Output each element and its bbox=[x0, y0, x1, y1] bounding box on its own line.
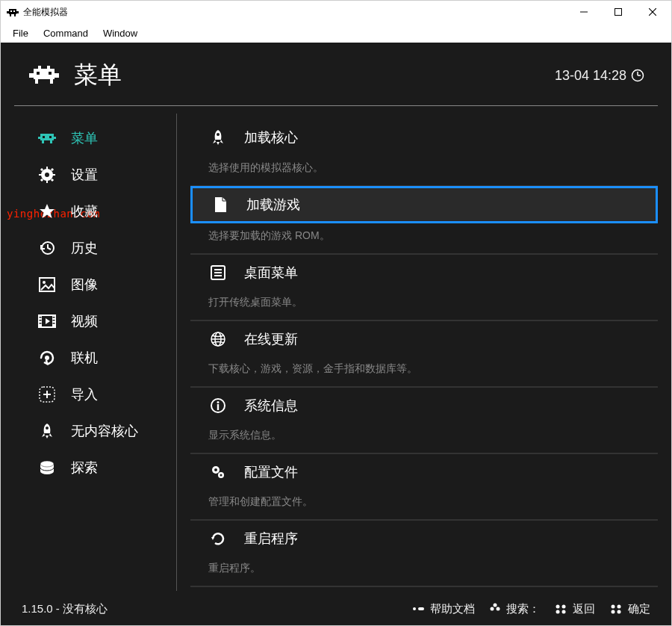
sidebar-item-0[interactable]: 菜单 bbox=[28, 120, 176, 156]
footer-search[interactable]: 搜索： bbox=[488, 602, 540, 616]
menu-command[interactable]: Command bbox=[36, 25, 96, 42]
content-item-desc-2: 打开传统桌面菜单。 bbox=[190, 290, 658, 320]
app-header: 菜单 13-04 14:28 bbox=[1, 43, 671, 105]
footer-back[interactable]: 返回 bbox=[553, 602, 595, 616]
content-item-label: 配置文件 bbox=[244, 463, 298, 481]
svg-marker-47 bbox=[46, 318, 50, 324]
sidebar-item-label: 图像 bbox=[71, 276, 98, 294]
sidebar-item-4[interactable]: 图像 bbox=[28, 266, 176, 303]
sidebar-item-9[interactable]: 探索 bbox=[28, 449, 176, 486]
content-item-5[interactable]: 配置文件 bbox=[190, 453, 658, 489]
svg-point-54 bbox=[45, 356, 49, 360]
footer: 1.15.0 - 没有核心 帮助文档 搜索： 返回 确定 bbox=[1, 591, 671, 626]
sidebar-item-label: 无内容核心 bbox=[71, 422, 138, 440]
video-icon bbox=[37, 314, 57, 328]
menu-icon bbox=[208, 265, 228, 280]
content-item-desc-0: 选择使用的模拟器核心。 bbox=[190, 155, 658, 186]
image-icon bbox=[37, 277, 57, 292]
invader-icon bbox=[37, 131, 57, 145]
svg-rect-11 bbox=[29, 73, 34, 78]
gear-icon bbox=[37, 167, 57, 183]
svg-point-94 bbox=[612, 605, 615, 609]
svg-rect-4 bbox=[13, 10, 15, 12]
app-icon bbox=[7, 6, 19, 18]
svg-rect-2 bbox=[9, 9, 16, 14]
svg-marker-65 bbox=[213, 140, 216, 143]
svg-rect-77 bbox=[217, 404, 219, 410]
svg-marker-67 bbox=[217, 142, 220, 145]
svg-point-81 bbox=[220, 474, 223, 476]
content-item-3[interactable]: 在线更新 bbox=[190, 320, 658, 356]
maximize-button[interactable] bbox=[601, 1, 635, 23]
svg-rect-8 bbox=[615, 9, 622, 16]
svg-point-96 bbox=[612, 610, 615, 614]
svg-rect-0 bbox=[7, 11, 9, 13]
content-item-2[interactable]: 桌面菜单 bbox=[190, 254, 658, 290]
rocket-icon bbox=[37, 423, 57, 439]
netplay-icon bbox=[37, 350, 57, 366]
pad-icon bbox=[488, 602, 502, 616]
svg-rect-53 bbox=[53, 323, 55, 324]
clock-icon bbox=[631, 69, 644, 82]
sidebar-item-label: 探索 bbox=[71, 459, 98, 477]
content-item-label: 桌面菜单 bbox=[244, 264, 298, 282]
svg-point-58 bbox=[46, 427, 49, 430]
sidebar-item-label: 视频 bbox=[71, 312, 98, 330]
sidebar: 菜单设置收藏历史图像视频联机导入无内容核心探索 bbox=[28, 114, 177, 591]
sidebar-item-8[interactable]: 无内容核心 bbox=[28, 412, 176, 449]
footer-back-label: 返回 bbox=[573, 602, 595, 616]
version-text: 1.15.0 - 没有核心 bbox=[22, 602, 397, 616]
app-body: 菜单 13-04 14:28 yinghezhan.com 菜单设置收藏历史图像… bbox=[1, 43, 671, 626]
svg-rect-52 bbox=[53, 320, 55, 321]
svg-rect-3 bbox=[10, 10, 12, 12]
sidebar-item-label: 联机 bbox=[71, 349, 98, 367]
content-item-7[interactable]: 退出程序 bbox=[190, 586, 658, 591]
menu-file[interactable]: File bbox=[5, 25, 36, 42]
content-item-1[interactable]: 加载游戏 bbox=[190, 186, 658, 223]
svg-rect-33 bbox=[46, 180, 48, 183]
content-item-6[interactable]: 重启程序 bbox=[190, 520, 658, 556]
close-button[interactable] bbox=[635, 1, 670, 23]
sidebar-item-3[interactable]: 历史 bbox=[28, 229, 176, 266]
sidebar-item-6[interactable]: 联机 bbox=[28, 339, 176, 376]
svg-rect-50 bbox=[40, 323, 42, 324]
sidebar-item-label: 设置 bbox=[71, 166, 98, 184]
svg-point-79 bbox=[214, 468, 217, 471]
svg-point-43 bbox=[43, 281, 46, 284]
svg-marker-66 bbox=[220, 140, 223, 143]
footer-ok[interactable]: 确定 bbox=[609, 602, 650, 616]
sidebar-item-label: 菜单 bbox=[71, 129, 98, 147]
svg-rect-24 bbox=[54, 137, 56, 139]
svg-rect-12 bbox=[55, 73, 59, 78]
svg-rect-35 bbox=[52, 174, 55, 176]
svg-point-91 bbox=[562, 605, 566, 609]
add-icon bbox=[37, 386, 57, 403]
info-icon bbox=[208, 397, 228, 414]
svg-rect-18 bbox=[38, 66, 41, 69]
svg-rect-14 bbox=[37, 72, 40, 75]
sidebar-item-label: 收藏 bbox=[71, 202, 98, 220]
sidebar-item-5[interactable]: 视频 bbox=[28, 303, 176, 339]
svg-marker-61 bbox=[46, 436, 49, 438]
rocket-icon bbox=[208, 129, 228, 146]
sidebar-item-7[interactable]: 导入 bbox=[28, 376, 176, 412]
content-item-label: 在线更新 bbox=[244, 330, 298, 348]
content-item-desc-6: 重启程序。 bbox=[190, 556, 658, 586]
footer-help[interactable]: 帮助文档 bbox=[411, 602, 475, 616]
content-item-label: 加载游戏 bbox=[246, 196, 300, 214]
svg-rect-28 bbox=[42, 140, 44, 143]
menu-window[interactable]: Window bbox=[96, 25, 145, 42]
minimize-button[interactable] bbox=[567, 1, 601, 23]
file-icon bbox=[211, 196, 230, 213]
invader-icon bbox=[28, 64, 60, 87]
content-item-4[interactable]: 系统信息 bbox=[190, 387, 658, 423]
svg-rect-51 bbox=[53, 317, 55, 318]
svg-rect-34 bbox=[39, 174, 42, 176]
svg-point-95 bbox=[617, 605, 621, 609]
content-item-0[interactable]: 加载核心 bbox=[190, 120, 658, 155]
sidebar-item-2[interactable]: 收藏 bbox=[28, 193, 176, 229]
pad-icon bbox=[553, 602, 568, 616]
sidebar-item-1[interactable]: 设置 bbox=[28, 156, 176, 193]
menubar: File Command Window bbox=[1, 23, 671, 43]
content-item-desc-1: 选择要加载的游戏 ROM。 bbox=[190, 223, 658, 254]
